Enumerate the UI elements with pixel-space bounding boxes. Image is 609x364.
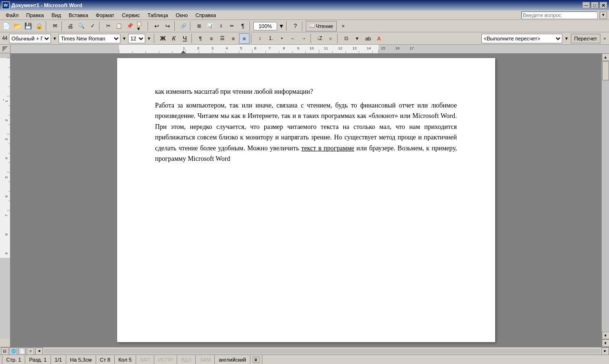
decrease-indent-button[interactable]: ←	[288, 33, 298, 44]
menu-format[interactable]: Формат	[92, 11, 118, 19]
open-button[interactable]: 📂	[12, 21, 22, 31]
vertical-scrollbar: ▲ ▼ ▼	[601, 53, 609, 347]
scroll-down-button[interactable]: ▼	[602, 332, 609, 339]
status-zam: ЗАМ	[196, 355, 215, 364]
separator-2	[61, 21, 64, 31]
zoom-input[interactable]: 100%	[253, 22, 277, 30]
search-input[interactable]	[521, 11, 598, 19]
excel-button[interactable]: 📊	[205, 21, 215, 31]
close-button[interactable]: ✕	[599, 2, 607, 9]
para-marks-fmt-button[interactable]: ¶	[195, 33, 206, 44]
bullets-button[interactable]: •	[277, 33, 287, 44]
style-level-button[interactable]: 44	[1, 33, 9, 44]
menu-file[interactable]: Файл	[2, 11, 22, 19]
border-outside-button[interactable]: ⊡	[341, 33, 351, 44]
copy-button[interactable]: 📋	[114, 21, 124, 31]
outline-view-button[interactable]: ≡	[27, 347, 34, 355]
drawing-button[interactable]: ✏	[227, 21, 237, 31]
svg-text:1: 1	[183, 46, 185, 50]
hyperlink-button[interactable]: 🔗	[178, 21, 189, 31]
status-zap: ЗАП	[136, 355, 155, 364]
show-all-button[interactable]: ☼	[325, 33, 336, 44]
svg-text:3: 3	[4, 138, 9, 140]
separator-fmt-1	[154, 34, 156, 43]
next-page-button[interactable]: ▼	[602, 339, 609, 347]
align-left-button[interactable]: ≡	[206, 33, 217, 44]
normal-view-button[interactable]: ⊟	[1, 347, 9, 355]
horizontal-scrollbar: ⊟ 🌐 📄 ≡ ◄ ►	[0, 347, 609, 354]
toolbar-more-button[interactable]: »	[338, 21, 349, 31]
sort-button[interactable]: ↓Z	[314, 33, 325, 44]
align-right-button[interactable]: ≡	[228, 33, 239, 44]
font-size-select[interactable]: 12	[128, 34, 145, 43]
para-marks-button[interactable]: ¶	[238, 21, 248, 31]
status-extra: 🖥	[250, 355, 262, 364]
separator-9	[302, 21, 304, 31]
svg-text:14: 14	[367, 46, 371, 50]
menu-view[interactable]: Вид	[48, 11, 65, 19]
font-select[interactable]: Times New Roman	[59, 34, 120, 43]
separator-fmt-5	[337, 34, 339, 43]
search-dropdown-button[interactable]: ▼	[599, 11, 607, 19]
style-select[interactable]: Обычный + По с	[9, 34, 51, 43]
font-dropdown-button[interactable]: ▼	[121, 33, 128, 44]
recalc-dropdown-button[interactable]: ▼	[563, 33, 570, 44]
menu-table[interactable]: Таблица	[144, 11, 172, 19]
paste-special-button[interactable]: 📋▼	[136, 21, 146, 31]
scroll-up-button[interactable]: ▲	[602, 53, 609, 61]
print-preview-button[interactable]: 🔍	[76, 21, 87, 31]
paste-button[interactable]: 📌	[125, 21, 135, 31]
table-button[interactable]: ⊞	[194, 21, 204, 31]
hscroll-track[interactable]	[44, 349, 600, 354]
save-button[interactable]: 💾	[23, 21, 33, 31]
line-spacing-button[interactable]: ↕	[255, 33, 265, 44]
align-justify-button[interactable]: ≡	[239, 33, 250, 44]
permissions-button[interactable]: 🔒	[34, 21, 44, 31]
menu-insert[interactable]: Вставка	[65, 11, 92, 19]
print-button[interactable]: 🖨	[65, 21, 76, 31]
zoom-dropdown-button[interactable]: ▼	[278, 21, 285, 31]
font-size-dropdown-button[interactable]: ▼	[146, 33, 152, 44]
recalc-select[interactable]: <Выполните пересчет>	[481, 34, 562, 43]
menu-service[interactable]: Сервис	[118, 11, 144, 19]
border-dropdown-button[interactable]: ▼	[352, 33, 362, 44]
redo-button[interactable]: ↪	[162, 21, 173, 31]
maximize-button[interactable]: □	[591, 2, 599, 9]
increase-indent-button[interactable]: →	[299, 33, 309, 44]
undo-button[interactable]: ↩	[151, 21, 162, 31]
align-center-button[interactable]: ☰	[217, 33, 228, 44]
reading-view-button[interactable]: 📄	[18, 347, 26, 355]
style-dropdown-button[interactable]: ▼	[51, 33, 58, 44]
svg-text:8: 8	[4, 233, 9, 236]
svg-marker-0	[2, 46, 8, 52]
underline-button[interactable]: Ч	[180, 33, 190, 44]
document-page: как изменить масштаб при чтении любой ин…	[117, 58, 495, 342]
recalc-button[interactable]: Пересчет	[571, 34, 600, 43]
menu-help[interactable]: Справка	[191, 11, 220, 19]
read-mode-button[interactable]: 📖 Чтение	[306, 21, 337, 31]
bold-button[interactable]: Ж	[158, 33, 168, 44]
scroll-track[interactable]	[602, 61, 609, 331]
menu-edit[interactable]: Правка	[22, 11, 48, 19]
numbering-button[interactable]: 1.	[266, 33, 276, 44]
cut-button[interactable]: ✂	[103, 21, 113, 31]
spell-check-button[interactable]: ✓	[87, 21, 98, 31]
menu-window[interactable]: Окно	[172, 11, 192, 19]
new-button[interactable]: 📄	[1, 21, 11, 31]
text-color-button[interactable]: A	[374, 33, 384, 44]
scroll-left-button[interactable]: ◄	[35, 347, 43, 355]
recalc-more-button[interactable]: »	[601, 33, 608, 44]
separator-fmt-4	[310, 34, 313, 43]
help-button[interactable]: ?	[290, 21, 300, 31]
columns-button[interactable]: ⫴	[216, 21, 226, 31]
svg-text:12: 12	[338, 46, 342, 50]
web-view-button[interactable]: 🌐	[10, 347, 17, 355]
minimize-button[interactable]: ─	[582, 2, 590, 9]
document-area[interactable]: как изменить масштаб при чтении любой ин…	[10, 53, 601, 347]
italic-button[interactable]: К	[169, 33, 179, 44]
svg-rect-1	[10, 45, 119, 53]
scroll-right-button[interactable]: ►	[601, 347, 609, 355]
email-button[interactable]: ✉	[50, 21, 60, 31]
scroll-thumb[interactable]	[602, 61, 609, 80]
highlight-button[interactable]: ab	[363, 33, 373, 44]
